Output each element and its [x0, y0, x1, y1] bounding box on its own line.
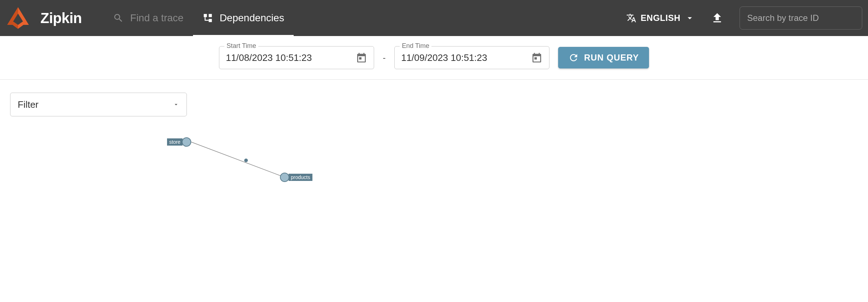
- edge-midpoint-dot: [244, 159, 248, 162]
- start-time-field[interactable]: Start Time: [219, 46, 374, 69]
- chevron-down-icon: [685, 13, 695, 23]
- nav-find-trace[interactable]: Find a trace: [104, 0, 193, 36]
- svg-rect-3: [203, 14, 207, 17]
- start-time-label: Start Time: [224, 42, 258, 50]
- logo-area: Zipkin: [6, 6, 82, 30]
- calendar-icon[interactable]: [356, 52, 367, 63]
- zipkin-logo-icon: [6, 6, 30, 30]
- nav-find-trace-label: Find a trace: [130, 12, 184, 24]
- graph-node-products[interactable]: products: [280, 173, 312, 182]
- svg-rect-4: [209, 14, 212, 17]
- calendar-icon[interactable]: [531, 52, 543, 63]
- search-icon: [113, 13, 124, 23]
- translate-icon: [626, 13, 636, 23]
- node-label: store: [167, 138, 183, 146]
- upload-icon: [711, 12, 724, 25]
- search-trace-input[interactable]: [747, 13, 855, 23]
- search-trace-wrap: [740, 6, 862, 30]
- start-time-input[interactable]: [226, 52, 356, 63]
- app-title: Zipkin: [40, 10, 82, 26]
- svg-rect-5: [209, 19, 212, 22]
- upload-button[interactable]: [709, 10, 725, 26]
- content-area: Filter store products: [0, 80, 868, 237]
- end-time-field[interactable]: End Time: [394, 46, 549, 69]
- node-label: products: [289, 174, 312, 181]
- filter-select[interactable]: Filter: [10, 93, 187, 116]
- run-query-button[interactable]: RUN QUERY: [558, 47, 649, 68]
- chevron-down-icon: [173, 101, 179, 108]
- filter-label: Filter: [18, 99, 39, 110]
- nav-dependencies[interactable]: Dependencies: [193, 0, 294, 36]
- query-bar: Start Time - End Time RUN QUERY: [0, 36, 868, 80]
- header-right: ENGLISH: [626, 6, 862, 30]
- language-label: ENGLISH: [641, 13, 680, 23]
- node-circle: [182, 137, 191, 147]
- svg-line-6: [191, 142, 285, 177]
- nav-dependencies-label: Dependencies: [220, 12, 284, 24]
- language-select[interactable]: ENGLISH: [626, 13, 695, 23]
- graph-node-store[interactable]: store: [167, 137, 191, 147]
- dependencies-icon: [202, 13, 213, 23]
- main-nav: Find a trace Dependencies: [104, 0, 294, 36]
- range-separator: -: [383, 53, 386, 63]
- app-header: Zipkin Find a trace Dependencies ENGLISH: [0, 0, 868, 36]
- end-time-input[interactable]: [401, 52, 531, 63]
- end-time-label: End Time: [400, 42, 431, 50]
- dependency-graph[interactable]: store products: [10, 116, 858, 225]
- refresh-icon: [568, 52, 579, 63]
- graph-edges: [10, 116, 335, 225]
- run-query-label: RUN QUERY: [584, 53, 639, 63]
- node-circle: [280, 173, 289, 182]
